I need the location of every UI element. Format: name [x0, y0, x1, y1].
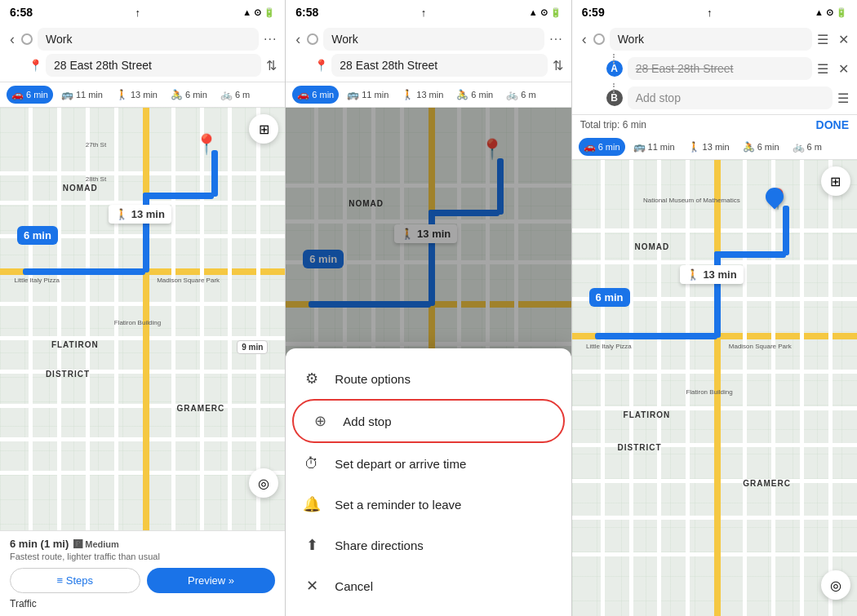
drive-icon-right: 🚗	[584, 141, 596, 153]
status-icons-middle: ▲ ⊙ 🔋	[529, 7, 562, 18]
from-input-right[interactable]: Work	[610, 28, 812, 51]
tab-ride-middle[interactable]: 🚴 6 min	[451, 86, 498, 104]
ride-icon-left: 🚴	[171, 89, 183, 100]
tab-walk-right[interactable]: 🚶 13 min	[683, 138, 735, 156]
tab-walk-middle[interactable]: 🚶 13 min	[397, 86, 448, 104]
from-input-left[interactable]: Work	[38, 28, 259, 51]
tab-ride-right[interactable]: 🚴 6 min	[738, 138, 784, 156]
swap-button-middle[interactable]: ⇅	[553, 58, 563, 73]
tab-bike-right[interactable]: 🚲 6 m	[788, 138, 827, 156]
bike-icon-left: 🚲	[220, 89, 233, 100]
more-button-middle[interactable]: ···	[549, 32, 562, 47]
tab-bike-middle[interactable]: 🚲 6 m	[501, 86, 540, 104]
from-input-middle[interactable]: Work	[323, 28, 544, 51]
destination-icon-left: 📍	[29, 59, 41, 72]
depart-time-item[interactable]: ⏱ Set depart or arrive time	[286, 443, 571, 484]
time-left: 6:58	[10, 6, 33, 19]
total-trip-label: Total trip: 6 min	[580, 119, 646, 131]
transit-icon-left: 🚌	[61, 89, 73, 100]
depart-time-label: Set depart or arrive time	[335, 457, 466, 471]
menu-button-right[interactable]: ☰	[817, 32, 828, 47]
walk-icon-middle: 🚶	[402, 89, 414, 100]
walk-badge-left: 🚶 13 min	[109, 205, 171, 224]
walk-icon-right: 🚶	[688, 141, 700, 153]
add-stop-input-right[interactable]: Add stop	[628, 86, 833, 109]
map-left[interactable]: 6 min 🚶 13 min 9 min 📍 27th St 28th St N…	[0, 108, 285, 530]
transport-tabs-left: 🚗 6 min 🚌 11 min 🚶 13 min 🚴 6 min 🚲 6 m	[0, 82, 285, 108]
bike-icon-right: 🚲	[793, 141, 805, 153]
tab-transit-left[interactable]: 🚌 11 min	[56, 86, 108, 104]
traffic-label-left: Traffic	[10, 598, 275, 609]
tab-ride-left[interactable]: 🚴 6 min	[166, 86, 212, 104]
drive-icon-left: 🚗	[11, 89, 24, 100]
cancel-item[interactable]: ✕ Cancel	[286, 565, 571, 606]
status-bar-right: 6:59 ↑ ▲ ⊙ 🔋	[572, 0, 857, 23]
destination-icon-middle: 📍	[315, 59, 326, 72]
total-trip-row: Total trip: 6 min DONE	[572, 115, 857, 135]
reminder-label: Set a reminder to leave	[335, 498, 461, 512]
close-button-right[interactable]: ✕	[838, 32, 849, 47]
route-options-label: Route options	[335, 372, 411, 386]
origin-icon-right	[593, 33, 605, 45]
done-button[interactable]: DONE	[816, 118, 849, 131]
tab-transit-right[interactable]: 🚌 11 min	[628, 138, 680, 156]
bottom-info-left: 6 min (1 mi) 🅿 Medium Fastest route, lig…	[0, 530, 285, 616]
to-input-left[interactable]: 28 East 28th Street	[46, 54, 261, 77]
to-input-middle[interactable]: 28 East 28th Street	[331, 54, 547, 77]
status-arrow-right: ↑	[707, 7, 713, 19]
ride-time-middle: 6 min	[471, 90, 493, 100]
route-options-item[interactable]: ⚙ Route options	[286, 358, 571, 399]
bike-icon-middle: 🚲	[506, 89, 518, 100]
route-time-left: 6 min (1 mi)	[10, 538, 69, 550]
status-arrow-middle: ↑	[421, 7, 427, 19]
origin-icon-middle	[307, 33, 318, 45]
swap-button-left[interactable]: ⇅	[266, 58, 277, 73]
steps-button-left[interactable]: ≡ Steps	[10, 568, 140, 593]
middle-panel: 6:58 ↑ ▲ ⊙ 🔋 ‹ Work ··· 📍 28 East 28th S…	[285, 0, 571, 616]
menu-btn-a-right[interactable]: ☰	[817, 61, 828, 77]
transit-icon-middle: 🚌	[347, 89, 359, 100]
back-button-middle[interactable]: ‹	[294, 29, 302, 50]
walk-time-middle: 13 min	[416, 90, 443, 100]
parking-badge-left: 🅿 Medium	[73, 539, 119, 549]
tab-drive-middle[interactable]: 🚗 6 min	[292, 86, 339, 104]
share-directions-item[interactable]: ⬆ Share directions	[286, 525, 571, 565]
ride-icon-right: 🚴	[743, 141, 755, 153]
walk-icon-badge-right: 🚶	[686, 268, 699, 281]
close-btn-a-right[interactable]: ✕	[838, 61, 849, 77]
back-button-right[interactable]: ‹	[580, 29, 588, 50]
reminder-item[interactable]: 🔔 Set a reminder to leave	[286, 484, 571, 525]
cancel-icon: ✕	[302, 576, 322, 596]
more-button-left[interactable]: ···	[264, 32, 277, 47]
status-icons-left: ▲ ⊙ 🔋	[242, 7, 275, 18]
walk-time-right: 13 min	[703, 142, 730, 152]
status-bar-middle: 6:58 ↑ ▲ ⊙ 🔋	[286, 0, 571, 23]
route-desc-left: Fastest route, lighter traffic than usua…	[10, 552, 275, 561]
tab-drive-right[interactable]: 🚗 6 min	[579, 138, 625, 156]
left-panel: 6:58 ↑ ▲ ⊙ 🔋 ‹ Work ··· 📍 28 East 28th S…	[0, 0, 285, 616]
search-area-middle: ‹ Work ··· 📍 28 East 28th Street ⇅	[286, 23, 571, 82]
bike-time-middle: 6 m	[521, 90, 535, 100]
back-button-left[interactable]: ‹	[8, 29, 16, 50]
tab-transit-middle[interactable]: 🚌 11 min	[342, 86, 393, 104]
map-right[interactable]: 6 min 🚶 13 min 📍 NOMAD National Museum o…	[572, 160, 857, 616]
bike-time-right: 6 m	[807, 142, 822, 152]
reminder-icon: 🔔	[302, 494, 322, 514]
ride-time-left: 6 min	[185, 90, 207, 100]
label-b-right: B	[606, 90, 623, 106]
share-icon: ⬆	[302, 535, 322, 555]
menu-btn-b-right[interactable]: ☰	[837, 91, 849, 106]
map-pin-left: 📍	[194, 133, 219, 156]
from-address-input-right[interactable]: 28 East 28th Street	[628, 57, 812, 80]
preview-button-left[interactable]: Preview »	[147, 568, 276, 593]
tab-drive-left[interactable]: 🚗 6 min	[7, 86, 53, 104]
share-label: Share directions	[335, 538, 423, 552]
location-button-right[interactable]: ◎	[821, 570, 850, 600]
add-stop-item[interactable]: ⊕ Add stop	[292, 399, 564, 443]
cancel-label: Cancel	[335, 579, 373, 593]
layers-button-right[interactable]: ⊞	[821, 166, 850, 196]
ride-time-right: 6 min	[757, 142, 779, 152]
tab-walk-left[interactable]: 🚶 13 min	[111, 86, 162, 104]
tab-bike-left[interactable]: 🚲 6 m	[215, 86, 255, 104]
label-a-right: A	[606, 60, 623, 77]
